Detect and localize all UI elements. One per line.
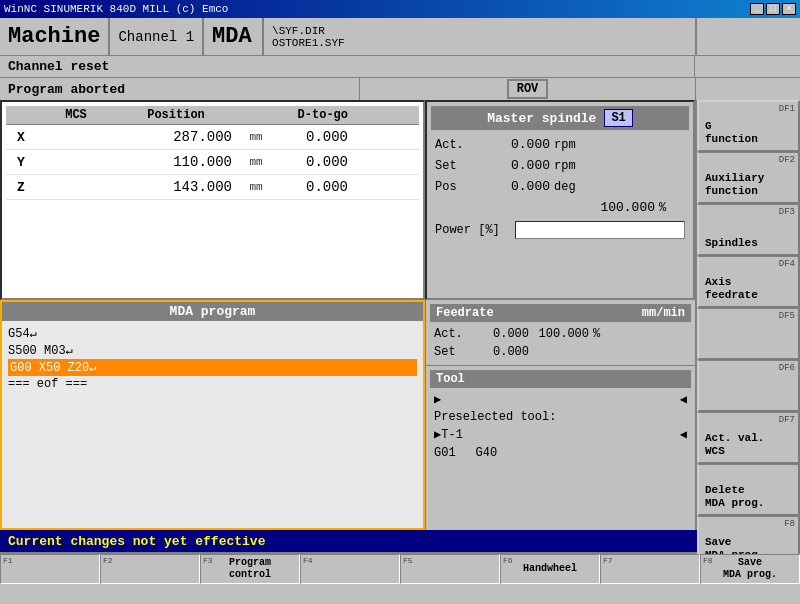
col-position-header: Position [116,108,236,122]
mda-program-panel: MDA program G54↵S500 M03↵G00 X50 Z20↵===… [0,300,425,530]
feedrate-row-val: 0.000 [474,327,529,341]
window-controls[interactable]: _ □ × [750,3,796,15]
tool-t-right: ◀ [680,427,687,442]
table-row: Y 110.000 mm 0.000 [6,150,419,175]
sidebar-btn-gfunction[interactable]: DF1 Gfunction [697,100,800,152]
maximize-button[interactable]: □ [766,3,780,15]
right-sidebar: DF1 Gfunction DF2 Auxiliaryfunction DF3 … [695,100,800,530]
col-unit-header [236,108,276,122]
mda-header: MDA program [2,302,423,321]
fkey-f4[interactable]: F4 [300,554,400,584]
fkey-f7[interactable]: F7 [600,554,700,584]
feedrate-row-label: Set [434,345,474,359]
titlebar: WinNC SINUMERIK 840D MILL (c) Emco _ □ × [0,0,800,18]
spindle-header: Master spindle S1 [431,106,689,130]
coord-unit: mm [236,156,276,168]
sidebar-btn-auxiliary[interactable]: DF2 Auxiliaryfunction [697,152,800,204]
spindle-row-unit: rpm [550,159,600,173]
power-row: Power [%] [431,218,689,242]
header: Machine Channel 1 MDA \SYF.DIR OSTORE1.S… [0,18,800,56]
sidebar-label-gfunction: Gfunction [705,120,792,146]
tool-arrow-row: ▶ ◀ [430,391,691,408]
status-area: Channel reset Program aborted ROV [0,56,800,100]
tool-arrow-right: ◀ [680,392,687,407]
list-item: === eof === [8,376,417,392]
sidebar-fkey-7: DF7 [779,415,795,425]
feedrate-row-unit: % [589,327,600,341]
sidebar-btn-df6[interactable]: DF6 [697,360,800,412]
spindle-row-label: Act. [435,138,485,152]
list-item: Pos 0.000 deg [431,176,689,197]
sidebar-fkey-3: DF3 [779,207,795,217]
sidebar-btn-df5[interactable]: DF5 [697,308,800,360]
sidebar-label-spindles: Spindles [705,237,792,250]
status-bar-program: Program aborted ROV [0,78,800,100]
sidebar-fkey-5: DF5 [779,311,795,321]
header-right-placeholder [695,18,800,55]
spindle-header-label: Master spindle [487,111,596,126]
spindle-row-val: 0.000 [485,158,550,173]
fkey-f8-save-mda[interactable]: F8 SaveMDA prog. [700,554,800,584]
feedrate-rows: Act. 0.000 100.000% Set 0.000 [430,325,691,361]
coord-unit: mm [236,131,276,143]
col-mcs-header: MCS [36,108,116,122]
sidebar-fkey-2: DF2 [779,155,795,165]
tool-arrow-left: ▶ [434,392,441,407]
sidebar-label-auxiliary: Auxiliaryfunction [705,172,792,198]
center-panels: MCS Position D-to-go X 287.000 mm 0.000 … [0,100,695,530]
coord-position: 110.000 [116,154,236,170]
fkey-f5[interactable]: F5 [400,554,500,584]
fkey-f1[interactable]: F1 [0,554,100,584]
coord-axis: Y [6,155,36,170]
bottom-status-text: Current changes not yet effective [8,534,265,549]
coord-rows: X 287.000 mm 0.000 Y 110.000 mm 0.000 Z … [6,125,419,200]
right-lower-panel: Feedrate mm/min Act. 0.000 100.000% Set … [425,300,695,530]
table-row: Z 143.000 mm 0.000 [6,175,419,200]
tool-header: Tool [430,370,691,388]
coordinate-table: MCS Position D-to-go X 287.000 mm 0.000 … [0,100,425,300]
spindle-row-label: Set [435,159,485,173]
tool-section: Tool ▶ ◀ Preselected tool: ▶T-1 ◀ G01 G4… [426,366,695,530]
coord-axis: Z [6,180,36,195]
coord-dtogo: 0.000 [276,129,356,145]
spindle-s1-badge: S1 [604,109,632,127]
file-path: \SYF.DIR OSTORE1.SYF [264,18,695,55]
fkey-bar: F1 F2 F3 Programcontrol F4 F5 F6 Handwhe… [0,552,800,584]
coord-position: 143.000 [116,179,236,195]
feedrate-header: Feedrate mm/min [430,304,691,322]
tool-code-g40: G40 [476,446,498,460]
list-item: Act. 0.000 100.000% [430,325,691,343]
sidebar-label-delete-mda: DeleteMDA prog. [705,484,792,510]
program-aborted-status: Program aborted [0,78,360,100]
spindle-row-val: 0.000 [485,179,550,194]
status-gfunc-placeholder [695,78,800,100]
col-axis-header [6,108,36,122]
lower-section: MDA program G54↵S500 M03↵G00 X50 Z20↵===… [0,300,695,530]
sidebar-label-axis-feedrate: Axisfeedrate [705,276,792,302]
bottom-status-bar: Current changes not yet effective [0,530,800,552]
title-text: WinNC SINUMERIK 840D MILL (c) Emco [4,3,228,15]
fkey-f6-handwheel[interactable]: F6 Handwheel [500,554,600,584]
sidebar-btn-axis-feedrate[interactable]: DF4 Axisfeedrate [697,256,800,308]
spindle-row-unit: deg [550,180,600,194]
sidebar-label-act-val-wcs: Act. val.WCS [705,432,792,458]
sidebar-fkey-6: DF6 [779,363,795,373]
feedrate-row-label: Act. [434,327,474,341]
table-row: X 287.000 mm 0.000 [6,125,419,150]
minimize-button[interactable]: _ [750,3,764,15]
sidebar-btn-delete-mda[interactable]: DeleteMDA prog. [697,464,800,516]
list-item: S500 M03↵ [8,342,417,359]
fkey-f3-program-control[interactable]: F3 Programcontrol [200,554,300,584]
sidebar-btn-act-val-wcs[interactable]: DF7 Act. val.WCS [697,412,800,464]
sidebar-btn-spindles[interactable]: DF3 Spindles [697,204,800,256]
fkey-f2[interactable]: F2 [100,554,200,584]
spindle-percent-unit: % [655,201,685,215]
close-button[interactable]: × [782,3,796,15]
spindle-rows: Act. 0.000 rpm Set 0.000 rpm Pos 0.000 d… [431,134,689,197]
list-item: G00 X50 Z20↵ [8,359,417,376]
power-label: Power [%] [435,223,515,237]
list-item: G54↵ [8,325,417,342]
tool-t-left: ▶T-1 [434,427,463,442]
spindle-percent-row: 100.000 % [431,197,689,218]
mda-content[interactable]: G54↵S500 M03↵G00 X50 Z20↵=== eof === [2,321,423,528]
